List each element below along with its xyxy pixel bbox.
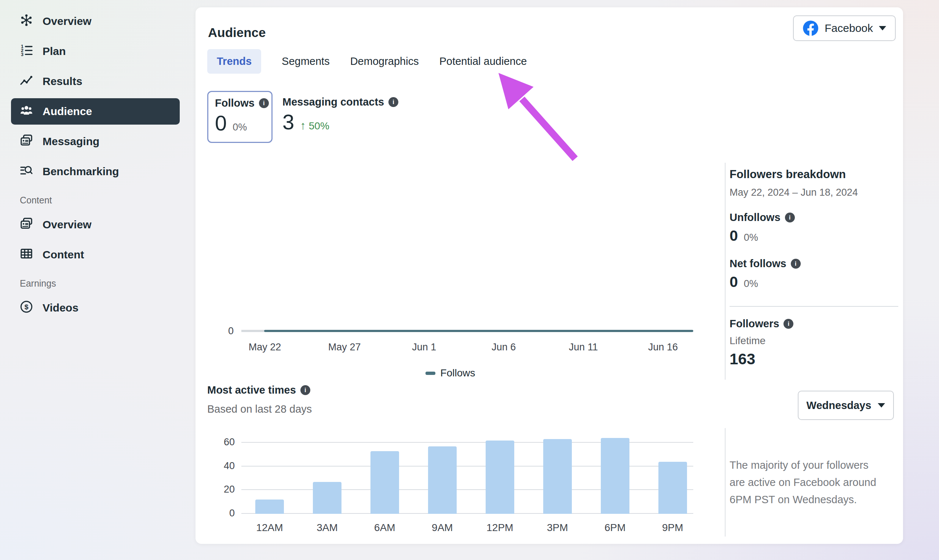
bar-x-tick: 3AM xyxy=(316,522,338,534)
bar-12AM xyxy=(255,500,284,514)
info-icon[interactable]: i xyxy=(301,385,310,395)
svg-text:$: $ xyxy=(25,303,29,311)
results-line-chart-icon xyxy=(19,73,34,90)
bar-x-tick: 9PM xyxy=(662,522,683,534)
info-icon[interactable]: i xyxy=(791,259,801,269)
bar-x-tick: 9AM xyxy=(432,522,453,534)
messaging-cards-icon xyxy=(19,133,34,150)
horizontal-divider xyxy=(729,306,898,307)
sidebar-item-label: Results xyxy=(43,75,82,88)
sidebar-item-plan[interactable]: 1 2 3 Plan xyxy=(11,38,180,65)
bar-6PM xyxy=(601,438,629,514)
overview-hub-icon xyxy=(19,13,34,30)
breakdown-date-range: May 22, 2024 – Jun 18, 2024 xyxy=(729,187,899,198)
day-selector-value: Wednesdays xyxy=(806,400,871,412)
info-icon[interactable]: i xyxy=(389,97,398,107)
info-icon[interactable]: i xyxy=(785,212,795,223)
chevron-down-icon xyxy=(879,26,886,31)
bar-x-tick: 12AM xyxy=(256,522,283,534)
tab-potential-audience[interactable]: Potential audience xyxy=(439,49,527,74)
follows-metric-delta: 0% xyxy=(233,122,247,133)
page-background: Overview 1 2 3 Plan Results xyxy=(0,0,939,560)
bar-9PM xyxy=(658,462,687,514)
sidebar-item-overview[interactable]: Overview xyxy=(11,8,180,34)
most-active-times-title: Most active times i xyxy=(207,384,310,396)
bar-y-tick: 0 xyxy=(229,508,235,519)
account-name: Facebook xyxy=(825,22,873,34)
sidebar-item-label: Content xyxy=(43,248,84,261)
sidebar-item-content-overview[interactable]: Overview xyxy=(11,211,180,238)
unfollows-label: Unfollows xyxy=(729,211,780,223)
net-follows-label: Net follows xyxy=(729,258,786,270)
line-x-tick: Jun 16 xyxy=(648,342,678,353)
followers-sublabel: Lifetime xyxy=(729,335,899,347)
audience-people-icon xyxy=(19,103,34,120)
followers-breakdown-panel: Followers breakdown May 22, 2024 – Jun 1… xyxy=(729,168,899,368)
followers-label: Followers xyxy=(729,318,779,330)
line-chart-axis-lead xyxy=(241,330,264,332)
net-follows-value: 0 xyxy=(729,274,738,291)
bar-x-tick: 12PM xyxy=(486,522,513,534)
sidebar-item-videos[interactable]: $ Videos xyxy=(11,295,180,321)
breakdown-title: Followers breakdown xyxy=(729,168,899,181)
follows-series-swatch xyxy=(426,372,435,375)
bar-3AM xyxy=(313,482,341,514)
line-x-tick: Jun 11 xyxy=(569,342,598,353)
annotation-arrow xyxy=(485,64,595,171)
most-active-times-subtitle: Based on last 28 days xyxy=(207,403,312,415)
messaging-contacts-label: Messaging contacts xyxy=(282,96,384,108)
videos-dollar-icon: $ xyxy=(19,299,34,317)
bar-chart-plot: 020406012AM3AM6AM9AM12PM3PM6PM9PM xyxy=(241,435,693,514)
account-selector-button[interactable]: Facebook xyxy=(793,15,896,41)
sidebar-item-label: Messaging xyxy=(43,135,99,148)
sidebar-item-audience[interactable]: Audience xyxy=(11,98,180,125)
line-chart-y-tick: 0 xyxy=(219,325,234,337)
sidebar-item-results[interactable]: Results xyxy=(11,68,180,95)
unfollows-delta: 0% xyxy=(744,232,758,243)
vertical-divider xyxy=(725,428,726,537)
bar-y-tick: 60 xyxy=(224,437,235,448)
line-chart-xaxis: May 22May 27Jun 1Jun 6Jun 11Jun 16 xyxy=(241,342,693,356)
tab-segments[interactable]: Segments xyxy=(282,49,330,74)
sidebar-item-label: Overview xyxy=(43,218,91,231)
bar-x-tick: 3PM xyxy=(547,522,568,534)
bar-y-tick: 40 xyxy=(224,460,235,472)
content-table-icon xyxy=(19,246,34,263)
info-icon[interactable]: i xyxy=(783,319,793,329)
info-icon[interactable]: i xyxy=(259,98,269,108)
plan-numbered-list-icon: 1 2 3 xyxy=(19,43,34,60)
sidebar-item-label: Audience xyxy=(43,105,92,118)
follows-metric-card[interactable]: Follows i 0 0% xyxy=(207,91,273,143)
facebook-logo-icon xyxy=(803,20,819,36)
net-follows-delta: 0% xyxy=(744,278,758,289)
bar-6AM xyxy=(370,451,399,514)
tab-demographics[interactable]: Demographics xyxy=(350,49,419,74)
chevron-down-icon xyxy=(878,403,885,408)
bar-y-tick: 20 xyxy=(224,484,235,495)
follows-metric-label: Follows xyxy=(215,97,254,109)
sidebar-item-content[interactable]: Content xyxy=(11,242,180,268)
trend-up-arrow-icon: ↑ xyxy=(300,119,306,132)
bar-x-tick: 6AM xyxy=(374,522,395,534)
tab-trends[interactable]: Trends xyxy=(207,49,261,74)
follows-metric-value: 0 xyxy=(215,112,227,134)
sidebar-section-content: Content xyxy=(20,195,196,206)
day-selector-button[interactable]: Wednesdays xyxy=(798,391,894,420)
follows-line-series xyxy=(264,330,693,332)
line-x-tick: May 27 xyxy=(328,342,361,353)
messaging-contacts-metric[interactable]: Messaging contacts i 3 ↑ 50% xyxy=(276,96,398,134)
insight-text: The majority of your followers are activ… xyxy=(729,457,883,508)
line-x-tick: Jun 6 xyxy=(492,342,516,353)
sidebar: Overview 1 2 3 Plan Results xyxy=(0,0,196,560)
sidebar-item-label: Overview xyxy=(43,15,91,28)
followers-lifetime-value: 163 xyxy=(729,350,899,368)
benchmarking-search-icon xyxy=(19,163,34,180)
line-x-tick: Jun 1 xyxy=(412,342,436,353)
content-overview-cards-icon xyxy=(19,216,34,234)
bar-3PM xyxy=(543,439,572,514)
sidebar-section-earnings: Earnings xyxy=(20,278,196,289)
sidebar-item-benchmarking[interactable]: Benchmarking xyxy=(11,158,180,185)
bar-12PM xyxy=(486,440,514,514)
page-title: Audience xyxy=(208,25,266,40)
sidebar-item-messaging[interactable]: Messaging xyxy=(11,128,180,155)
